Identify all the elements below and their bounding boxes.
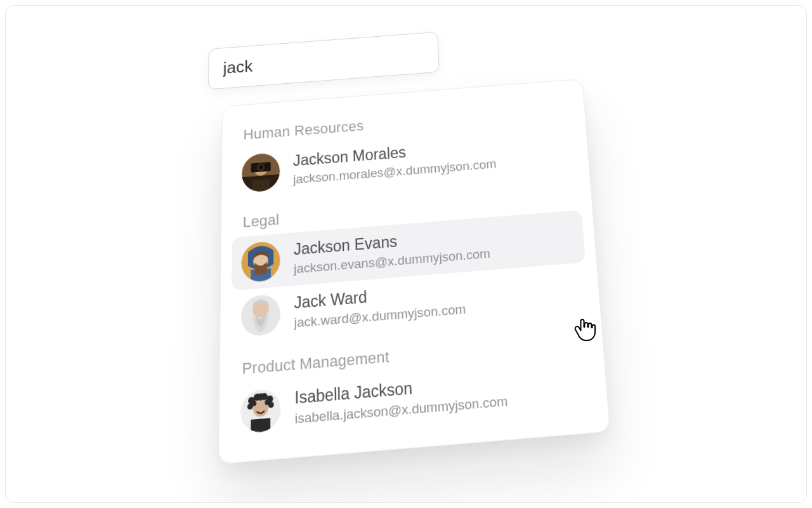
svg-rect-7 xyxy=(252,179,270,192)
demo-card: Human Resources xyxy=(5,5,807,503)
avatar xyxy=(240,388,281,434)
item-texts: Jack Ward jack.ward@x.dummyjson.com xyxy=(294,281,466,331)
autocomplete-dropdown: Human Resources xyxy=(218,79,610,465)
group: Human Resources xyxy=(232,97,579,201)
search-input[interactable] xyxy=(208,32,440,90)
avatar xyxy=(241,241,280,283)
item-texts: Jackson Evans jackson.evans@x.dummyjson.… xyxy=(294,225,491,277)
avatar xyxy=(242,152,280,193)
group: Legal xyxy=(231,182,589,345)
avatar xyxy=(241,293,281,337)
item-texts: Isabella Jackson isabella.jackson@x.dumm… xyxy=(294,371,508,427)
item-texts: Jackson Morales jackson.morales@x.dummyj… xyxy=(293,137,497,187)
svg-rect-27 xyxy=(251,418,270,434)
group: Product Management xyxy=(230,326,597,442)
